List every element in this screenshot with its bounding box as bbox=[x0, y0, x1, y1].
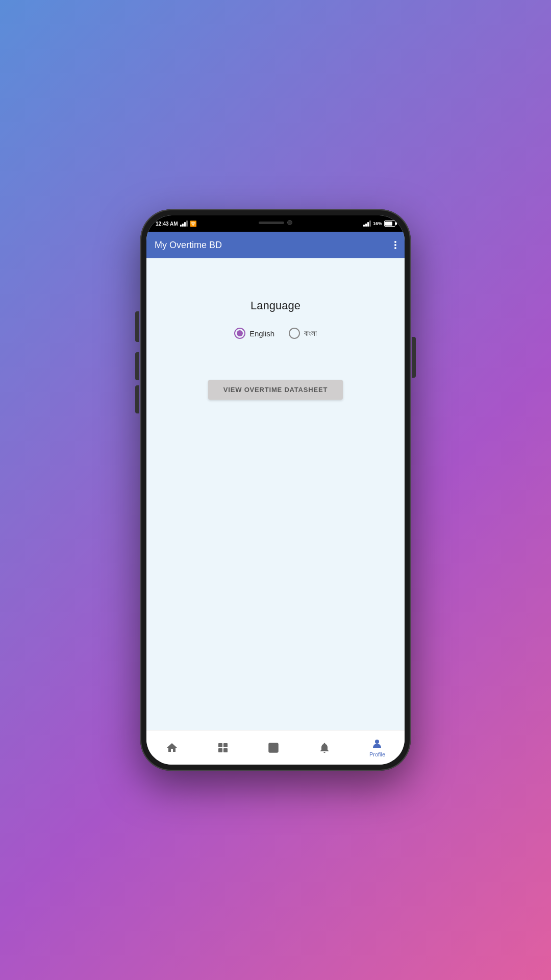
volume-up-button[interactable] bbox=[135, 352, 139, 380]
view-datasheet-button[interactable]: VIEW OVERTIME DATASHEET bbox=[208, 380, 343, 400]
nav-item-tasks[interactable] bbox=[261, 739, 286, 757]
english-radio-circle[interactable] bbox=[234, 328, 245, 339]
battery-percent: 16% bbox=[373, 221, 382, 226]
main-content: Language English বাংলা VIEW OVERTIME DAT… bbox=[146, 258, 405, 730]
phone-screen: 12:43 AM 🛜 16% My O bbox=[146, 215, 405, 765]
speaker bbox=[259, 222, 284, 224]
phone-shell: 12:43 AM 🛜 16% My O bbox=[140, 209, 411, 771]
svg-rect-2 bbox=[218, 748, 222, 752]
bangla-radio-label: বাংলা bbox=[304, 329, 317, 338]
time-display: 12:43 AM bbox=[156, 221, 178, 227]
signal-icon-right bbox=[363, 220, 371, 227]
battery-icon bbox=[384, 220, 395, 227]
home-icon bbox=[166, 742, 178, 754]
camera bbox=[287, 220, 292, 225]
nav-item-notifications[interactable] bbox=[312, 739, 337, 757]
signal-icon bbox=[180, 220, 188, 227]
svg-point-5 bbox=[375, 740, 379, 744]
bottom-nav: Profile bbox=[146, 730, 405, 765]
bangla-radio-circle[interactable] bbox=[289, 328, 300, 339]
battery-fill bbox=[385, 222, 392, 226]
volume-down-button[interactable] bbox=[135, 385, 139, 413]
profile-icon bbox=[371, 738, 383, 750]
nav-item-home[interactable] bbox=[160, 739, 184, 757]
svg-rect-0 bbox=[218, 743, 222, 747]
nav-item-dashboard[interactable] bbox=[211, 739, 235, 757]
wifi-icon: 🛜 bbox=[190, 220, 197, 227]
grid-icon bbox=[217, 742, 229, 754]
profile-nav-label: Profile bbox=[369, 751, 385, 757]
english-radio-inner bbox=[237, 330, 243, 336]
svg-rect-4 bbox=[269, 743, 278, 752]
notch bbox=[245, 215, 306, 230]
language-options: English বাংলা bbox=[234, 328, 317, 339]
bangla-radio-option[interactable]: বাংলা bbox=[289, 328, 317, 339]
svg-rect-1 bbox=[223, 743, 228, 747]
app-header: My Overtime BD bbox=[146, 232, 405, 258]
language-title: Language bbox=[251, 299, 300, 312]
english-radio-option[interactable]: English bbox=[234, 328, 274, 339]
status-bar: 12:43 AM 🛜 16% bbox=[146, 215, 405, 232]
notifications-icon bbox=[318, 742, 331, 754]
status-right: 16% bbox=[363, 220, 395, 227]
english-radio-label: English bbox=[249, 329, 274, 338]
more-options-button[interactable] bbox=[394, 241, 396, 249]
nav-item-profile[interactable]: Profile bbox=[363, 734, 391, 761]
app-title: My Overtime BD bbox=[155, 240, 222, 251]
status-left: 12:43 AM 🛜 bbox=[156, 220, 197, 227]
svg-rect-3 bbox=[223, 748, 228, 752]
tasks-icon bbox=[267, 742, 280, 754]
